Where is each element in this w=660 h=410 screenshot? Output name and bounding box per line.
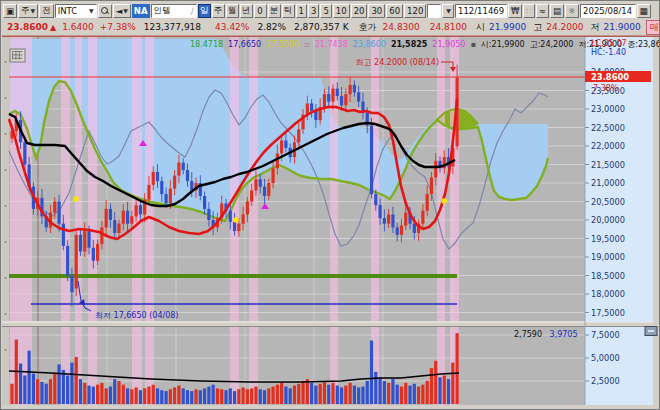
settings-button[interactable]: ☼ (565, 4, 579, 18)
wave-tool-button[interactable]: ≈ (536, 4, 549, 18)
interval-button-20[interactable]: 20 (351, 4, 368, 18)
trade-value: 2,870,357 K (294, 22, 349, 32)
change-value: 1.6400 (62, 22, 94, 32)
bar-total: /11469 (474, 6, 504, 16)
legend-item-5: 23,8600 (353, 40, 386, 50)
svg-text:23,0000: 23,0000 (591, 104, 625, 114)
svg-text:22,0000: 22,0000 (591, 141, 625, 151)
interval-dropdown[interactable]: ▼ (442, 4, 454, 18)
period-button-월[interactable]: 월 (226, 4, 239, 18)
open-label: 시 (476, 21, 485, 34)
window-icon[interactable]: ▣ (3, 4, 17, 18)
period-button-일[interactable]: 일 (198, 4, 211, 18)
grid-settings-button[interactable] (10, 49, 25, 62)
low-label: 저 (590, 21, 599, 34)
symbol-text: INTC (58, 6, 78, 16)
period-button-0[interactable]: 0 (254, 4, 267, 18)
legend-item-8: ▪ (470, 40, 475, 50)
volatility-percent: 2.82% (257, 22, 286, 32)
date-field[interactable]: 2025/08/14 (580, 4, 636, 18)
legend-item-10: 고:24,2000 (530, 40, 574, 50)
bar-position-field[interactable]: 112/11469 (455, 4, 507, 18)
svg-text:최저 17,6650 (04/08): 최저 17,6650 (04/08) (95, 311, 178, 320)
svg-text:21,5000: 21,5000 (591, 160, 625, 170)
speaker-button[interactable]: ◄▼ (113, 4, 131, 18)
period-button-주[interactable]: 주 (212, 4, 225, 18)
svg-text:23.8600: 23.8600 (591, 72, 629, 82)
open-price: 21.9900 (489, 22, 526, 32)
lc-hc-readout: LC:35.07 HC:-1.40 (591, 39, 627, 57)
quote-strip: 23.8600 ▲ 1.6400 +7.38% 123,377,918 43.4… (3, 20, 657, 34)
legend-item-2: 27,5500 (266, 40, 299, 50)
buy-button[interactable]: 매수 (646, 20, 660, 35)
volume-value: 123,377,918 (144, 22, 201, 32)
currency-button[interactable]: ₩ (508, 4, 522, 18)
legend-item-6: 21,5825 (391, 40, 427, 50)
bar-pos: 112 (458, 6, 474, 16)
interval-button-10[interactable]: 10 (333, 4, 350, 18)
indicator-legend: 18.471817,665027,5500▫21,743823,860021,5… (190, 40, 660, 50)
hoga-label: 호가 (359, 21, 377, 34)
prev-button[interactable]: 전 (39, 4, 54, 18)
last-price: 23.8600 (7, 22, 48, 32)
svg-text:2,5000: 2,5000 (591, 376, 620, 386)
legend-item-7: 21,9050 (432, 40, 465, 50)
interval-button-5[interactable]: 5 (320, 4, 331, 18)
svg-text:5,0000: 5,0000 (591, 353, 620, 363)
svg-text:19,0000: 19,0000 (591, 252, 625, 262)
up-arrow-icon: ▲ (50, 23, 56, 32)
calendar-icon[interactable]: ▦ (637, 4, 651, 18)
chart-kind-label: 주 (21, 5, 30, 17)
legend-item-3: ▫ (304, 40, 309, 50)
svg-text:20,5000: 20,5000 (591, 197, 625, 207)
custom-interval-field[interactable] (427, 4, 441, 18)
legend-item-1: 17,6650 (228, 40, 261, 50)
low-price: 21.9000 (603, 22, 640, 32)
chevron-down-icon: ▼ (446, 7, 451, 14)
chevron-down-icon: ▼ (89, 7, 94, 14)
high-price: 24.2000 (546, 22, 583, 32)
ask-price: 24.8300 (383, 22, 420, 32)
svg-text:17,5000: 17,5000 (591, 308, 625, 318)
interval-buttons: 13510203060120 (296, 4, 427, 18)
market-badge: NA (132, 4, 150, 18)
search-button[interactable] (98, 4, 112, 18)
legend-item-12: 종:23,8600 (627, 40, 660, 50)
interval-button-3[interactable]: 3 (308, 4, 319, 18)
turnover-percent: 43.42% (215, 22, 249, 32)
svg-text:22,5000: 22,5000 (591, 123, 625, 133)
svg-text:7,5000: 7,5000 (591, 330, 620, 340)
period-button-분[interactable]: 분 (268, 4, 281, 18)
interval-button-120[interactable]: 120 (404, 4, 426, 18)
svg-text:7.38%: 7.38% (593, 84, 619, 93)
interval-button-60[interactable]: 60 (386, 4, 403, 18)
bid-price: 24.8100 (430, 22, 467, 32)
svg-text:19,5000: 19,5000 (591, 234, 625, 244)
lc-value: LC:35.07 (591, 39, 627, 48)
toolbar-main: ▣ 주▼ 전 INTC▼ ◄▼ NA 인텔∕ 일주월년0분틱 135102030… (3, 3, 657, 18)
period-button-틱[interactable]: 틱 (282, 4, 295, 18)
hc-value: HC:-1.40 (591, 48, 627, 57)
interval-button-30[interactable]: 30 (368, 4, 385, 18)
price-axis[interactable]: 24,000023,500023,000022,500022,000021,50… (585, 37, 657, 405)
high-label: 고 (533, 21, 542, 34)
volume-legend: 2,7590 3,9705 (509, 330, 578, 339)
dots-icon[interactable]: ∷ (523, 4, 534, 18)
stock-chart-window: 최고 24.2000 (08/14)최저 17,6650 (04/08)24,0… (0, 0, 660, 410)
chart-kind-combo[interactable]: 주▼ (18, 4, 38, 18)
legend-item-9: 시:21,9900 (481, 40, 525, 50)
chevron-down-icon: ▼ (31, 7, 36, 14)
symbol-name-field[interactable]: 인텔∕ (151, 4, 197, 18)
period-button-년[interactable]: 년 (240, 4, 253, 18)
save-button[interactable]: ▤ (550, 4, 564, 18)
symbol-name-text: 인텔 (154, 5, 171, 17)
symbol-input[interactable]: INTC▼ (55, 4, 97, 18)
speaker-icon: ◄ (116, 6, 123, 16)
volume-ma-value-2: 3,9705 (550, 330, 578, 339)
change-percent: +7.38% (100, 22, 136, 32)
search-icon (101, 7, 109, 15)
interval-button-1[interactable]: 1 (296, 4, 307, 18)
svg-text:21,0000: 21,0000 (591, 178, 625, 188)
svg-text:20,0000: 20,0000 (591, 215, 625, 225)
chart-canvas[interactable]: 최고 24.2000 (08/14)최저 17,6650 (04/08)24,0… (1, 1, 660, 410)
